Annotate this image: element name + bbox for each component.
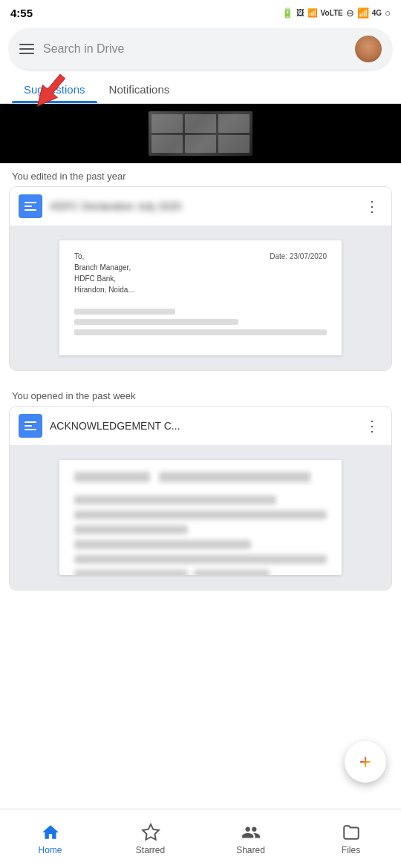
search-bar[interactable]: Search in Drive bbox=[9, 28, 392, 70]
file-card-header-hdfc: HDFC Declaration July 2020 ⋮ bbox=[10, 187, 391, 226]
nfc-icon: 📶 bbox=[307, 8, 318, 18]
preview-dots: Hirandon, Noida... bbox=[74, 286, 327, 294]
nav-label-files: Files bbox=[342, 845, 360, 855]
home-icon bbox=[41, 823, 60, 842]
bottom-nav: Home Starred Shared Files bbox=[0, 809, 401, 868]
volte-icon: VoLTE bbox=[321, 9, 343, 17]
tab-notifications[interactable]: Notifications bbox=[97, 76, 182, 103]
nav-item-shared[interactable]: Shared bbox=[200, 817, 301, 861]
file-preview-hdfc: To, Branch Manager, HDFC Bank, Hirandon,… bbox=[10, 226, 391, 370]
section-past-year-label: You edited in the past year bbox=[0, 163, 401, 186]
file-card-hdfc[interactable]: HDFC Declaration July 2020 ⋮ To, Branch … bbox=[9, 186, 392, 371]
file-card-header-ack: ACKNOWLEDGEMENT C... ⋮ bbox=[10, 407, 391, 445]
preview-date: Date: 23/07/2020 bbox=[270, 252, 327, 260]
nav-item-starred[interactable]: Starred bbox=[100, 817, 200, 861]
doc-icon-ack bbox=[19, 414, 42, 438]
star-icon bbox=[141, 823, 160, 842]
banner-content bbox=[149, 111, 252, 156]
preview-hdfc: HDFC Bank, bbox=[74, 274, 327, 283]
doc-preview-blurred bbox=[59, 460, 342, 575]
doc-icon-hdfc bbox=[19, 194, 42, 218]
folder-icon bbox=[342, 823, 361, 842]
4g-icon: 4G bbox=[372, 9, 382, 17]
status-bar: 4:55 🔋 🖼 📶 VoLTE ⊖ 📶 4G ○ bbox=[0, 0, 401, 24]
file-name-hdfc: HDFC Declaration July 2020 bbox=[50, 200, 354, 212]
banner-image bbox=[0, 104, 401, 163]
circle-icon: ○ bbox=[385, 7, 391, 19]
tab-suggestions[interactable]: Suggestions bbox=[12, 76, 97, 103]
svg-marker-1 bbox=[143, 824, 159, 840]
nav-label-shared: Shared bbox=[236, 845, 265, 855]
tabs-row: Suggestions Notifications bbox=[0, 76, 401, 104]
signal-icon: 📶 bbox=[357, 7, 369, 19]
blocked-icon: ⊖ bbox=[346, 7, 354, 19]
image-icon: 🖼 bbox=[296, 8, 304, 17]
avatar[interactable] bbox=[355, 36, 382, 62]
status-icons: 🔋 🖼 📶 VoLTE ⊖ 📶 4G ○ bbox=[281, 7, 391, 19]
file-name-ack: ACKNOWLEDGEMENT C... bbox=[50, 420, 354, 432]
nav-item-home[interactable]: Home bbox=[0, 817, 100, 861]
section-past-week-label: You opened in the past week bbox=[0, 383, 401, 406]
preview-branch: Branch Manager, bbox=[74, 263, 327, 272]
nav-label-home: Home bbox=[38, 845, 62, 855]
content-area: You edited in the past year HDFC Declara… bbox=[0, 104, 401, 699]
file-card-acknowledgement[interactable]: ACKNOWLEDGEMENT C... ⋮ bbox=[9, 406, 392, 591]
battery-saver-icon: 🔋 bbox=[281, 7, 293, 19]
nav-label-starred: Starred bbox=[136, 845, 165, 855]
search-placeholder: Search in Drive bbox=[43, 42, 346, 56]
more-options-ack[interactable]: ⋮ bbox=[362, 414, 382, 438]
file-preview-ack bbox=[10, 445, 391, 590]
fab-plus-icon: + bbox=[359, 752, 371, 772]
people-icon bbox=[241, 823, 261, 842]
fab-add[interactable]: + bbox=[345, 741, 386, 783]
status-time: 4:55 bbox=[10, 7, 33, 19]
hamburger-menu[interactable] bbox=[19, 44, 34, 54]
more-options-hdfc[interactable]: ⋮ bbox=[362, 194, 382, 218]
nav-item-files[interactable]: Files bbox=[301, 817, 401, 861]
doc-preview-hdfc: To, Branch Manager, HDFC Bank, Hirandon,… bbox=[59, 240, 342, 355]
